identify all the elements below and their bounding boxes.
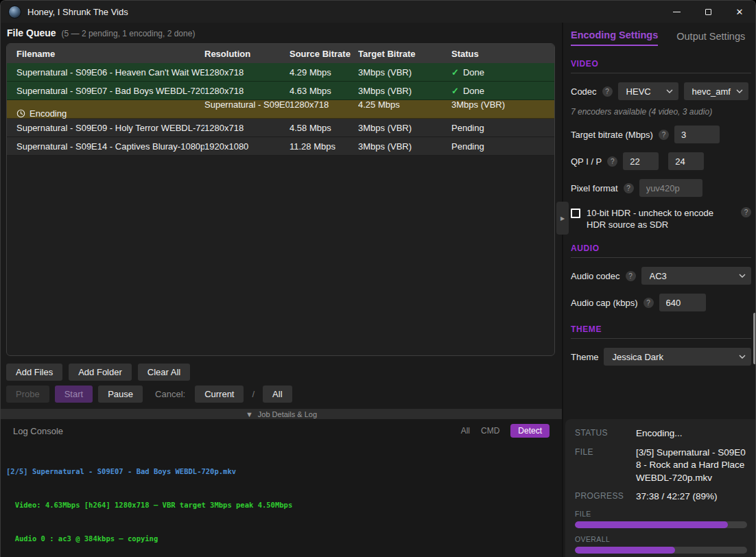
minimize-icon: [673, 12, 681, 12]
table-row[interactable]: Supernatural - S09E07 - Bad Boys WEBDL-7…: [7, 82, 554, 100]
log-filter-cmd[interactable]: CMD: [481, 426, 499, 436]
table-row-encoding[interactable]: Supernatural - S09E08 - Rock and a Hard …: [7, 100, 554, 119]
theme-select[interactable]: Jessica Dark: [604, 348, 751, 366]
log-line: Video: 4.63Mbps [h264] 1280x718 — VBR ta…: [6, 499, 562, 510]
pixel-format-input[interactable]: [639, 179, 702, 197]
cell-source-bitrate: 4.29 Mbps: [290, 67, 358, 78]
table-row[interactable]: Supernatural - S09E14 - Captives Bluray-…: [7, 137, 554, 156]
cell-filename: Supernatural - S09E07 - Bad Boys WEBDL-7…: [16, 86, 204, 96]
cancel-current-button[interactable]: Current: [195, 386, 244, 403]
cell-resolution: 1280x718: [204, 86, 290, 96]
file-bar-label: FILE: [575, 510, 747, 518]
tab-output-settings[interactable]: Output Settings: [676, 31, 745, 46]
cell-resolution: 1280x718: [204, 67, 290, 78]
table-row[interactable]: Supernatural - S09E09 - Holy Terror WEBD…: [7, 119, 554, 137]
scrollbar-thumb[interactable]: [753, 313, 756, 364]
pause-button[interactable]: Pause: [98, 386, 143, 403]
expand-icon: ▶: [560, 215, 565, 222]
cell-filename: Supernatural - S09E09 - Holy Terror WEBD…: [16, 123, 204, 133]
audio-codec-select[interactable]: AC3: [641, 267, 751, 285]
chevron-down-icon: [736, 89, 743, 93]
cell-status: Pending: [451, 141, 554, 152]
status-label: STATUS: [575, 427, 626, 438]
job-details-toggle[interactable]: ▼ Job Details & Log: [1, 409, 562, 419]
hdr-checkbox[interactable]: [571, 209, 580, 218]
theme-section-header: THEME: [571, 324, 751, 339]
tab-encoding-settings[interactable]: Encoding Settings: [571, 29, 658, 46]
target-bitrate-input[interactable]: [674, 126, 720, 143]
file-progress-fill: [575, 521, 728, 528]
add-files-button[interactable]: Add Files: [6, 364, 62, 381]
chevron-down-icon: [739, 355, 746, 359]
help-icon[interactable]: ?: [659, 130, 669, 140]
cell-resolution: 1280x718: [204, 123, 290, 133]
overall-bar-label: OVERALL: [575, 535, 747, 543]
qp-label: QP I / P: [571, 156, 602, 167]
cancel-separator: /: [252, 389, 255, 399]
job-status-panel: STATUS Encoding... FILE [3/5] Supernatur…: [565, 419, 756, 557]
cell-source-bitrate: 4.63 Mbps: [290, 86, 358, 96]
check-icon: ✓: [451, 67, 459, 78]
file-queue-table: Filename Resolution Source Bitrate Targe…: [6, 43, 555, 356]
qp-i-input[interactable]: [623, 152, 659, 170]
close-button[interactable]: ✕: [724, 1, 755, 23]
maximize-icon: [705, 9, 711, 15]
log-line: [2/5] Supernatural - S09E07 - Bad Boys W…: [6, 466, 562, 477]
clock-icon: [16, 109, 25, 118]
progress-label: PROGRESS: [575, 490, 626, 501]
cell-status: Encoding: [16, 108, 204, 119]
chevron-down-icon: [739, 274, 746, 278]
cell-resolution: 1920x1080: [204, 141, 290, 152]
cell-target-bitrate: 3Mbps (VBR): [451, 99, 554, 110]
status-value: Encoding...: [636, 427, 747, 440]
maximize-button[interactable]: [692, 1, 724, 23]
help-icon[interactable]: ?: [607, 156, 617, 167]
qp-p-input[interactable]: [668, 152, 704, 170]
file-value: [3/5] Supernatural - S09E08 - Rock and a…: [636, 447, 747, 485]
help-icon[interactable]: ?: [624, 183, 634, 193]
cell-source-bitrate: 4.25 Mbps: [358, 99, 451, 110]
help-icon[interactable]: ?: [602, 86, 613, 97]
col-resolution: Resolution: [204, 49, 290, 59]
col-status: Status: [451, 49, 554, 59]
titlebar: Honey, I Shrunk The Vids ✕: [1, 1, 755, 23]
help-icon[interactable]: ?: [741, 207, 751, 217]
log-output[interactable]: [2/5] Supernatural - S09E07 - Bad Boys W…: [1, 440, 562, 557]
cell-source-bitrate: 4.58 Mbps: [290, 123, 358, 133]
panel-collapse-handle[interactable]: ▶: [556, 202, 569, 235]
table-row[interactable]: Supernatural - S09E06 - Heaven Can't Wai…: [7, 63, 554, 82]
settings-panel: ▶ Encoding Settings Output Settings VIDE…: [562, 23, 756, 557]
theme-label: Theme: [571, 352, 598, 362]
file-queue-header: File Queue (5 — 2 pending, 1 encoding, 2…: [7, 27, 195, 38]
log-filter-all[interactable]: All: [461, 426, 470, 436]
minimize-button[interactable]: [661, 1, 692, 23]
cell-resolution: 1280x718: [290, 99, 358, 110]
start-button[interactable]: Start: [55, 386, 93, 403]
audio-cap-input[interactable]: [659, 294, 706, 311]
cell-filename: Supernatural - S09E06 - Heaven Can't Wai…: [16, 67, 204, 78]
file-label: FILE: [575, 447, 626, 457]
help-icon[interactable]: ?: [643, 298, 654, 308]
add-folder-button[interactable]: Add Folder: [69, 364, 132, 381]
audio-section-header: AUDIO: [571, 244, 751, 258]
pixel-format-label: Pixel format: [571, 183, 618, 193]
app-icon: [8, 5, 21, 19]
clear-all-button[interactable]: Clear All: [138, 364, 190, 381]
overall-progress-fill: [575, 547, 675, 554]
cell-source-bitrate: 11.28 Mbps: [290, 141, 358, 152]
col-filename: Filename: [16, 49, 204, 59]
window-title: Honey, I Shrunk The Vids: [27, 7, 128, 17]
target-bitrate-label: Target bitrate (Mbps): [571, 130, 653, 140]
check-icon: ✓: [451, 86, 459, 96]
cell-status: ✓Done: [451, 67, 554, 78]
settings-tabs: Encoding Settings Output Settings: [571, 29, 751, 46]
encoder-select[interactable]: hevc_amf (: [684, 82, 748, 100]
log-filter-detect[interactable]: Detect: [510, 424, 550, 438]
log-line: Audio 0 : ac3 @ 384kbps — copying: [6, 533, 562, 544]
audio-cap-label: Audio cap (kbps): [571, 298, 638, 308]
probe-button[interactable]: Probe: [6, 386, 49, 403]
cancel-all-button[interactable]: All: [263, 386, 292, 403]
help-icon[interactable]: ?: [626, 271, 636, 281]
codec-select[interactable]: HEVC: [618, 82, 678, 100]
log-console: Log Console All CMD Detect [2/5] Superna…: [1, 419, 562, 557]
